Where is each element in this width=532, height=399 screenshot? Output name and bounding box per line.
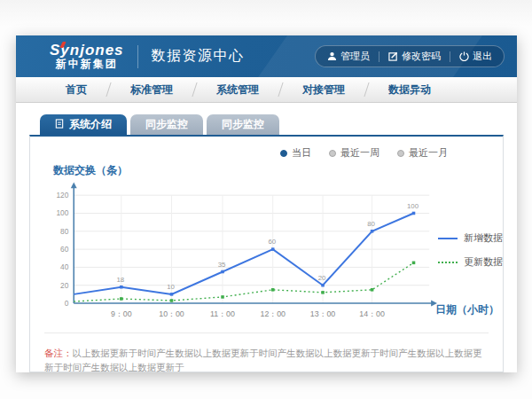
app-window: Synjones 新中新集团 数据资源中心 管理员 修改密码 [16, 35, 517, 372]
logout-icon [459, 51, 469, 61]
blue-line-swatch [438, 238, 458, 239]
svg-text:9：00: 9：00 [111, 309, 132, 318]
page: Synjones 新中新集团 数据资源中心 管理员 修改密码 [0, 0, 532, 399]
change-password-label: 修改密码 [402, 50, 441, 63]
svg-text:10: 10 [167, 283, 175, 291]
footnote-prefix: 备注： [44, 348, 73, 358]
radio-today-label: 当日 [292, 146, 311, 160]
content-area: 系统介绍 同步监控 同步监控 当日 最近一周 [16, 103, 517, 372]
svg-text:10：00: 10：00 [159, 309, 184, 318]
svg-text:35: 35 [218, 261, 226, 269]
logout-button[interactable]: 退出 [459, 50, 492, 63]
footnote-text: 以上数据更新于时间产生数据以上数据更新于时间产生数据以上数据更新于时间产生数据以… [44, 348, 482, 372]
tab-label: 系统介绍 [69, 117, 112, 132]
edit-icon [388, 51, 398, 61]
app-header: Synjones 新中新集团 数据资源中心 管理员 修改密码 [16, 35, 517, 77]
radio-unselected-icon [329, 150, 336, 157]
brand-logo: Synjones 新中新集团 [50, 43, 124, 71]
main-nav: 首页 标准管理 系统管理 对接管理 数据异动 [16, 77, 517, 103]
logout-label: 退出 [473, 50, 492, 63]
line-chart: 0204060801001209：0010：0011：0012：0013：001… [35, 180, 438, 329]
user-menu-admin-label: 管理员 [340, 50, 370, 63]
nav-item-data-change[interactable]: 数据异动 [367, 82, 452, 98]
svg-text:14：00: 14：00 [359, 309, 385, 318]
user-menu-admin[interactable]: 管理员 [327, 50, 370, 63]
svg-text:13：00: 13：00 [310, 309, 336, 318]
legend-label: 新增数据 [464, 231, 503, 245]
svg-text:80: 80 [367, 220, 375, 228]
tab-bar: 系统介绍 同步监控 同步监控 [40, 114, 504, 135]
svg-text:100: 100 [407, 202, 419, 210]
radio-today[interactable]: 当日 [280, 146, 311, 160]
nav-item-standard-mgmt[interactable]: 标准管理 [109, 82, 194, 98]
svg-text:60: 60 [268, 238, 276, 246]
tab-sync-monitor-2[interactable]: 同步监控 [207, 114, 279, 135]
radio-last-month[interactable]: 最近一月 [397, 146, 448, 160]
legend-item-new-data: 新增数据 [438, 231, 503, 245]
svg-text:20: 20 [60, 281, 69, 290]
page-title: 数据资源中心 [152, 47, 245, 66]
svg-text:100: 100 [56, 208, 68, 217]
green-dotted-swatch [438, 262, 458, 263]
svg-text:11：00: 11：00 [210, 309, 235, 318]
radio-unselected-icon [397, 150, 404, 157]
chart-container: 0204060801001209：0010：0011：0012：0013：001… [35, 180, 503, 329]
x-axis-title: 日期（小时） [435, 302, 499, 317]
svg-text:18: 18 [116, 276, 124, 284]
tab-system-intro[interactable]: 系统介绍 [40, 114, 127, 135]
user-menu: 管理员 修改密码 退出 [315, 45, 505, 67]
footnote: 备注：以上数据更新于时间产生数据以上数据更新于时间产生数据以上数据更新于时间产生… [44, 332, 489, 375]
header-divider [137, 45, 138, 68]
radio-last-month-label: 最近一月 [409, 146, 448, 160]
svg-text:80: 80 [60, 227, 69, 236]
tab-sync-monitor-1[interactable]: 同步监控 [130, 114, 203, 135]
nav-item-interface-mgmt[interactable]: 对接管理 [281, 82, 366, 98]
svg-text:60: 60 [60, 245, 69, 254]
tab-label: 同步监控 [145, 117, 188, 132]
legend-item-update-data: 更新数据 [438, 255, 503, 269]
nav-item-home[interactable]: 首页 [44, 82, 108, 98]
svg-text:12：00: 12：00 [260, 309, 286, 318]
legend-label: 更新数据 [464, 255, 503, 269]
user-menu-divider [379, 51, 379, 62]
svg-text:40: 40 [60, 262, 69, 271]
document-icon [55, 119, 64, 131]
nav-item-system-mgmt[interactable]: 系统管理 [195, 82, 280, 98]
svg-text:120: 120 [56, 191, 68, 200]
radio-last-week-label: 最近一周 [340, 146, 379, 160]
range-filter: 当日 最近一周 最近一月 [30, 137, 503, 160]
chart-panel: 当日 最近一周 最近一月 数据交换（条） 0204060801001209：00… [29, 135, 504, 372]
tab-label: 同步监控 [222, 117, 264, 132]
radio-last-week[interactable]: 最近一周 [329, 146, 379, 160]
logo-subtext: 新中新集团 [50, 59, 124, 70]
radio-selected-icon [280, 150, 287, 157]
svg-text:20: 20 [318, 274, 326, 282]
svg-text:0: 0 [65, 299, 69, 308]
change-password-button[interactable]: 修改密码 [388, 50, 441, 63]
y-axis-title: 数据交换（条） [53, 163, 503, 178]
user-menu-divider [450, 51, 450, 62]
user-icon [327, 51, 337, 61]
